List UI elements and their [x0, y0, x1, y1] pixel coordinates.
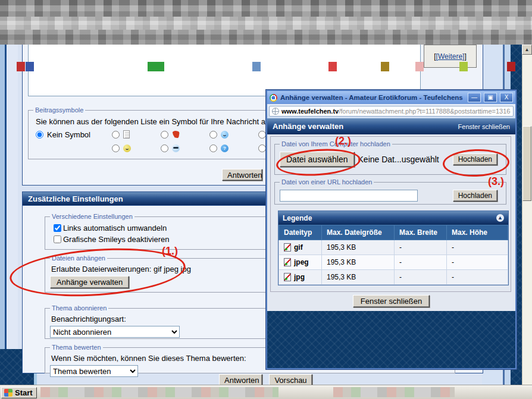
attach-files-legend: Dateien anhängen: [50, 255, 107, 262]
disable-smilies-label: Grafische Smileys deaktivieren: [63, 235, 169, 244]
browser-scrollbar[interactable]: [522, 45, 532, 385]
no-file-text: Keine Dat...usgewählt: [358, 155, 439, 164]
more-smilies-box: [[Weitere]]: [424, 45, 477, 68]
scroll-up-icon[interactable]: ▲: [522, 45, 532, 55]
filetype-gif: gif: [294, 243, 303, 252]
col-max-hoehe: Max. Höhe: [447, 225, 508, 240]
collapse-icon[interactable]: ▲: [496, 214, 504, 222]
reply-button[interactable]: Antworten: [222, 169, 262, 181]
popup-title: Anhänge verwalten - Amateur Erotikforum …: [280, 94, 465, 101]
censor-pixel: [415, 62, 424, 71]
table-row: jpg 195,3 KB - -: [279, 270, 508, 285]
file-url-input[interactable]: [280, 190, 418, 202]
censor-pixel: [17, 62, 25, 71]
rate-thread-select[interactable]: Thema bewerten: [50, 365, 138, 377]
reply-button-bottom[interactable]: Antworten: [219, 374, 262, 385]
popup-header-title: Anhänge verwalten: [273, 122, 343, 131]
attachment-icon: [284, 273, 291, 281]
attachment-popup-window: Anhänge verwalten - Amateur Erotikforum …: [266, 90, 517, 369]
minimize-icon[interactable]: —: [468, 93, 481, 102]
smiley-question-icon: ?: [221, 144, 229, 152]
post-icons-legend: Beitragssymbole: [33, 106, 85, 114]
post-icon-radio[interactable]: [258, 144, 266, 152]
max-size-cell: 195,3 KB: [322, 270, 395, 285]
smiley-yellow-icon: ᴗ: [123, 144, 131, 152]
popup-content: Datei von Ihrem Computer hochladen Datei…: [267, 134, 515, 311]
filetype-jpg: jpg: [294, 273, 305, 281]
post-icon-radio[interactable]: [112, 144, 120, 152]
subscribe-select[interactable]: Nicht abonnieren: [50, 326, 180, 338]
upload-url-button[interactable]: Hochladen: [453, 190, 497, 202]
censor-pixel: [26, 62, 34, 71]
post-icon-radio[interactable]: [209, 144, 217, 152]
censored-addressbar-row: [0, 17, 532, 30]
message-textarea[interactable]: [28, 45, 421, 96]
post-icon-radio[interactable]: [258, 131, 266, 139]
autolinks-checkbox[interactable]: [54, 224, 61, 232]
max-height-cell: -: [447, 255, 508, 270]
table-row: gif 195,3 KB - -: [279, 240, 508, 255]
legend-table: Dateityp Max. Dateigröße Max. Breite Max…: [278, 225, 508, 285]
censor-pixel: [252, 62, 261, 71]
close-window-link[interactable]: Fenster schließen: [458, 123, 510, 130]
popup-titlebar[interactable]: Anhänge verwalten - Amateur Erotikforum …: [267, 91, 515, 104]
manage-attachments-button[interactable]: Anhänge verwalten: [50, 276, 129, 288]
thumbs-down-icon: [172, 131, 180, 139]
censor-pixel: [459, 62, 468, 71]
censor-pixel: [328, 62, 337, 71]
legend-panel: Legende ▲ Dateityp Max. Dateigröße Max. …: [278, 211, 509, 285]
close-icon[interactable]: X: [500, 93, 513, 102]
post-icon-radio[interactable]: [112, 131, 120, 139]
legend-title: Legende: [283, 214, 312, 222]
close-window-button[interactable]: Fenster schließen: [353, 295, 430, 307]
no-symbol-radio[interactable]: [36, 131, 43, 139]
rate-thread-legend: Thema bewerten: [50, 344, 103, 351]
col-dateityp: Dateityp: [279, 225, 322, 240]
windows-logo-icon: [4, 389, 12, 397]
censored-taskbar-buttons: [40, 387, 278, 397]
col-max-breite: Max. Breite: [395, 225, 447, 240]
choose-file-button[interactable]: Datei auswählen: [280, 152, 355, 167]
url-domain: www.teufelchen.tv: [281, 108, 339, 115]
weitere-link[interactable]: [Weitere]: [436, 52, 465, 61]
upload-local-button[interactable]: Hochladen: [453, 153, 497, 165]
popup-header: Anhänge verwalten Fenster schließen: [267, 118, 515, 134]
scrollbar-thumb[interactable]: [522, 126, 531, 201]
legend-header-row: Dateityp Max. Dateigröße Max. Breite Max…: [279, 225, 508, 240]
page-left-margin: [0, 45, 18, 385]
legend-title-bar: Legende ▲: [278, 211, 508, 225]
col-max-dateigroesse: Max. Dateigröße: [322, 225, 395, 240]
disable-smilies-checkbox[interactable]: [54, 235, 61, 243]
post-icon-radio[interactable]: [209, 131, 217, 139]
attachment-icon: [284, 243, 291, 252]
max-size-cell: 195,3 KB: [322, 240, 395, 255]
start-button[interactable]: Start: [1, 387, 37, 398]
popup-page-background: Anhänge verwalten Fenster schließen Date…: [267, 118, 515, 368]
url-path: /forum/newattachment.php?t=1117888&posts…: [339, 108, 511, 115]
censor-pixel: [507, 62, 515, 71]
censored-browser-chrome: [0, 0, 532, 45]
upload-url-legend: Datei von einer URL hochladen: [280, 178, 374, 186]
post-icon-radio[interactable]: [161, 131, 168, 139]
censored-titlebar: [0, 0, 532, 17]
no-symbol-label: Kein Symbol: [47, 130, 90, 139]
preview-button[interactable]: Vorschau: [269, 374, 312, 385]
maximize-icon[interactable]: ▣: [484, 93, 497, 102]
max-width-cell: -: [395, 270, 447, 285]
popup-url-bar: www.teufelchen.tv/forum/newattachment.ph…: [267, 104, 515, 118]
url-input[interactable]: www.teufelchen.tv/forum/newattachment.ph…: [269, 106, 514, 117]
note-icon: [123, 130, 130, 139]
max-height-cell: -: [447, 270, 508, 285]
censored-taskbar-tray: [333, 387, 455, 397]
upload-local-fieldset: Datei von Ihrem Computer hochladen Datei…: [274, 140, 506, 175]
censor-pixel: [148, 62, 164, 71]
smiley-shades-icon: [172, 144, 180, 152]
table-row: jpeg 195,3 KB - -: [279, 255, 508, 270]
post-icon-radio[interactable]: [161, 144, 168, 152]
censored-toolbar: [0, 30, 532, 45]
filetype-jpeg: jpeg: [294, 258, 309, 266]
forum-page: ▲ [[Weitere]] Beitragssymbole Sie können…: [0, 45, 532, 385]
globe-icon: [272, 108, 279, 115]
start-label: Start: [15, 388, 33, 397]
censor-pixel: [381, 62, 389, 71]
